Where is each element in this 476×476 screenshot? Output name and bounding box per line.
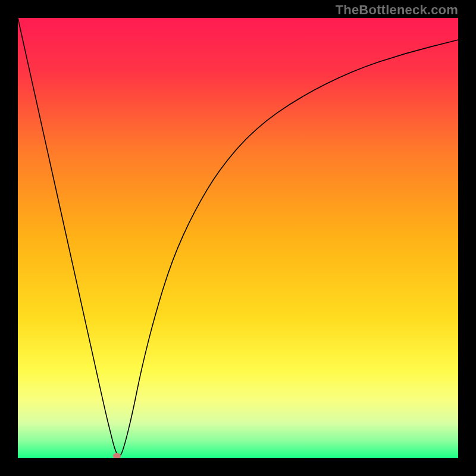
curve-layer [18, 18, 458, 458]
plot-area [18, 18, 458, 458]
bottleneck-curve [18, 18, 458, 456]
minimum-marker [113, 453, 121, 458]
chart-frame: TheBottleneck.com [0, 0, 476, 476]
watermark-text: TheBottleneck.com [336, 2, 458, 18]
